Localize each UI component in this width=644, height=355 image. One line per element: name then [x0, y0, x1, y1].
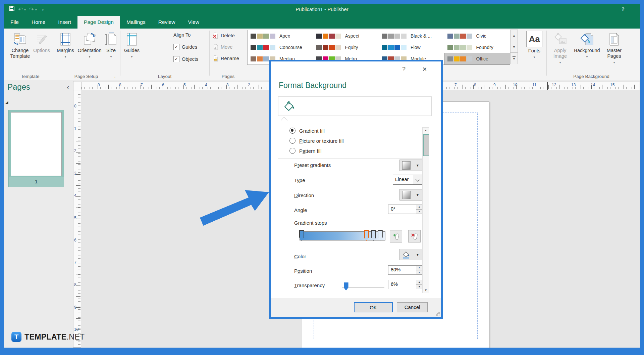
group-label-page-background: Page Background: [547, 74, 635, 79]
tab-review[interactable]: Review: [152, 16, 182, 29]
page-navigation-panel: Pages ‹ ◢ 1: [4, 81, 73, 348]
type-combobox[interactable]: Linear: [393, 175, 423, 185]
scheme-item-black-[interactable]: Black & ...: [379, 30, 444, 42]
format-background-dialog[interactable]: ? ✕ Format Background Gradient fill Pict…: [269, 60, 443, 319]
tab-page-design[interactable]: Page Design: [77, 16, 120, 29]
scheme-item-foundry[interactable]: Foundry: [444, 42, 510, 53]
dialog-help-icon[interactable]: ?: [402, 66, 406, 73]
fonts-button[interactable]: Aa Fonts ▾: [525, 31, 544, 60]
scheme-swatch: [263, 45, 269, 50]
dialog-scrollbar[interactable]: ▲ ▼: [422, 127, 429, 293]
tab-insert[interactable]: Insert: [52, 16, 77, 29]
schemes-scroll-down-icon[interactable]: ▼: [510, 41, 518, 53]
add-gradient-stop-button[interactable]: [390, 230, 402, 242]
dialog-title: Format Background: [279, 81, 346, 90]
scheme-swatch: [335, 45, 341, 50]
scheme-name: Equity: [345, 45, 358, 50]
scheme-swatch: [263, 34, 269, 39]
combo-chevron-icon[interactable]: [413, 175, 422, 184]
scheme-swatch: [447, 45, 453, 50]
help-icon[interactable]: ?: [622, 6, 625, 12]
align-objects-checkbox[interactable]: ✓ Objects: [173, 56, 198, 62]
group-label-page-setup: Page Setup: [54, 74, 119, 79]
remove-gradient-stop-button[interactable]: [408, 230, 421, 242]
spin-up-icon[interactable]: ▲: [416, 205, 422, 210]
preset-gradients-dropdown[interactable]: ▼: [399, 160, 422, 171]
window-title: Publication1 - Publisher: [4, 6, 640, 12]
page-thumbnail[interactable]: 1: [8, 110, 64, 187]
orientation-button[interactable]: Orientation ▾: [77, 31, 102, 60]
change-template-button[interactable]: Change Template: [9, 31, 31, 59]
schemes-scroll-up-icon[interactable]: ▲: [510, 30, 518, 41]
tab-mailings[interactable]: Mailings: [120, 16, 152, 29]
collapse-panel-icon[interactable]: ‹: [67, 83, 69, 91]
scheme-item-aspect[interactable]: Aspect: [313, 30, 379, 42]
schemes-more-icon[interactable]: ▼: [510, 52, 518, 64]
spin-up-icon[interactable]: ▲: [416, 266, 422, 270]
fill-bucket-icon[interactable]: [282, 99, 296, 113]
page-setup-dialog-launcher-icon[interactable]: ⌟: [113, 74, 115, 79]
apply-image-button[interactable]: Apply Image ▾: [549, 31, 572, 65]
guides-button[interactable]: Guides ▾: [122, 31, 142, 60]
add-stop-icon: [392, 232, 400, 240]
group-label-template: Template: [9, 74, 52, 79]
ruler-position-marker: [547, 82, 548, 90]
scheme-swatch: [257, 45, 263, 50]
move-label: Move: [221, 44, 232, 50]
ruler-number: 15: [610, 83, 614, 87]
group-separator: [53, 31, 53, 76]
scrollbar-thumb[interactable]: [423, 134, 429, 156]
group-separator: [120, 31, 120, 76]
pattern-fill-label: Pattern fill: [299, 148, 322, 154]
rename-page-button[interactable]: Rename: [213, 54, 239, 62]
delete-page-button[interactable]: Delete: [213, 32, 235, 40]
color-dropdown[interactable]: ▼: [399, 249, 422, 260]
transparency-slider-handle[interactable]: [344, 282, 348, 291]
scheme-item-office[interactable]: Office: [444, 53, 510, 64]
spin-down-icon[interactable]: ▼: [416, 270, 422, 275]
position-spinner[interactable]: 80% ▲▼: [388, 265, 423, 275]
scheme-swatch: [454, 45, 460, 50]
scheme-item-flow[interactable]: Flow: [379, 42, 444, 53]
ruler-number: 8: [119, 83, 121, 87]
scheme-item-civic[interactable]: Civic: [444, 30, 510, 42]
ruler-number: 11: [532, 83, 536, 87]
scroll-up-icon[interactable]: ▲: [423, 129, 429, 132]
picture-texture-fill-radio[interactable]: Picture or texture fill: [289, 138, 344, 144]
move-page-button[interactable]: Move: [213, 43, 232, 51]
dialog-close-icon[interactable]: ✕: [422, 66, 427, 73]
scheme-item-apex[interactable]: Apex: [248, 30, 313, 42]
titlebar: ↶▾ ↷▾ ▾ Publication1 - Publisher ?: [4, 4, 640, 15]
scroll-down-icon[interactable]: ▼: [423, 289, 429, 292]
scheme-swatch: [460, 56, 466, 61]
options-button[interactable]: Options: [32, 31, 51, 53]
tab-file[interactable]: File: [4, 16, 25, 29]
scheme-item-equity[interactable]: Equity: [313, 42, 379, 53]
scheme-swatch: [394, 34, 400, 39]
cancel-button[interactable]: Cancel: [397, 302, 428, 312]
size-button[interactable]: Size ▾: [103, 31, 119, 60]
scheme-item-concourse[interactable]: Concourse: [248, 42, 313, 53]
apply-image-icon: [553, 31, 568, 48]
tab-home[interactable]: Home: [25, 16, 52, 29]
align-guides-checkbox[interactable]: ✓ Guides: [173, 44, 197, 50]
vertical-ruler[interactable]: 012345678910: [73, 90, 81, 348]
tab-view[interactable]: View: [182, 16, 206, 29]
angle-spinner[interactable]: 0° ▲▼: [388, 205, 423, 214]
pattern-fill-radio[interactable]: Pattern fill: [289, 148, 322, 154]
ok-button[interactable]: OK: [354, 302, 393, 312]
transparency-spinner[interactable]: 6% ▲▼: [388, 280, 423, 289]
direction-dropdown[interactable]: ▼: [399, 189, 422, 201]
spin-down-icon[interactable]: ▼: [416, 285, 422, 289]
margins-button[interactable]: Margins ▾: [55, 31, 75, 60]
master-pages-button[interactable]: Master Pages ▾: [602, 31, 626, 65]
spin-up-icon[interactable]: ▲: [416, 280, 422, 285]
ruler-number: 3: [74, 171, 76, 176]
scheme-swatch: [329, 34, 335, 39]
scheme-swatch: [388, 45, 394, 50]
spin-down-icon[interactable]: ▼: [416, 210, 422, 214]
picture-texture-fill-label: Picture or texture fill: [299, 138, 344, 144]
background-button[interactable]: Background ▾: [574, 31, 600, 60]
gradient-fill-radio[interactable]: Gradient fill: [289, 128, 325, 134]
resize-grip-icon[interactable]: [436, 312, 440, 316]
